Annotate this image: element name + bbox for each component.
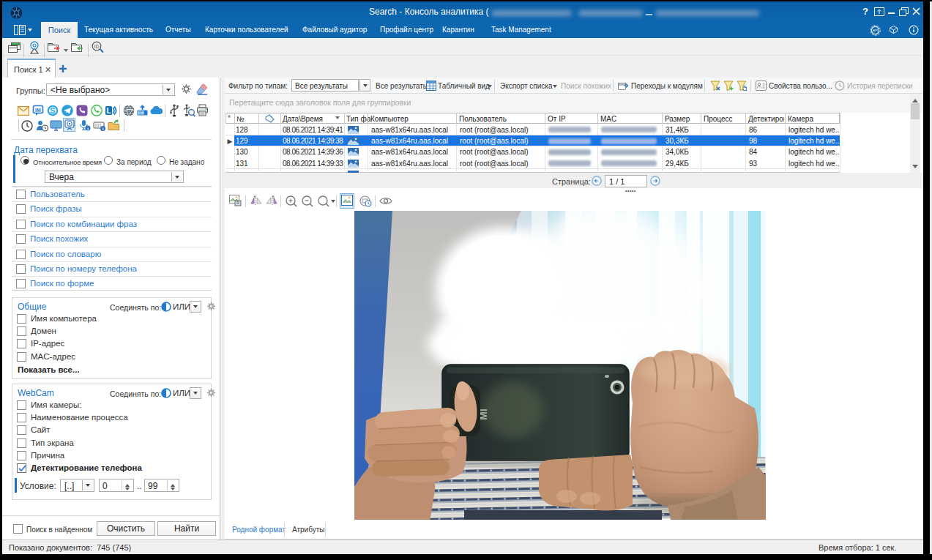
svg-text:API: API — [873, 29, 878, 32]
svg-text:FTP: FTP — [138, 112, 144, 115]
svg-text:IM: IM — [35, 108, 41, 113]
svg-text:HTTP: HTTP — [124, 109, 133, 113]
svg-text:L: L — [106, 107, 111, 115]
svg-text:S: S — [50, 106, 55, 115]
svg-text:ID: ID — [94, 44, 100, 49]
